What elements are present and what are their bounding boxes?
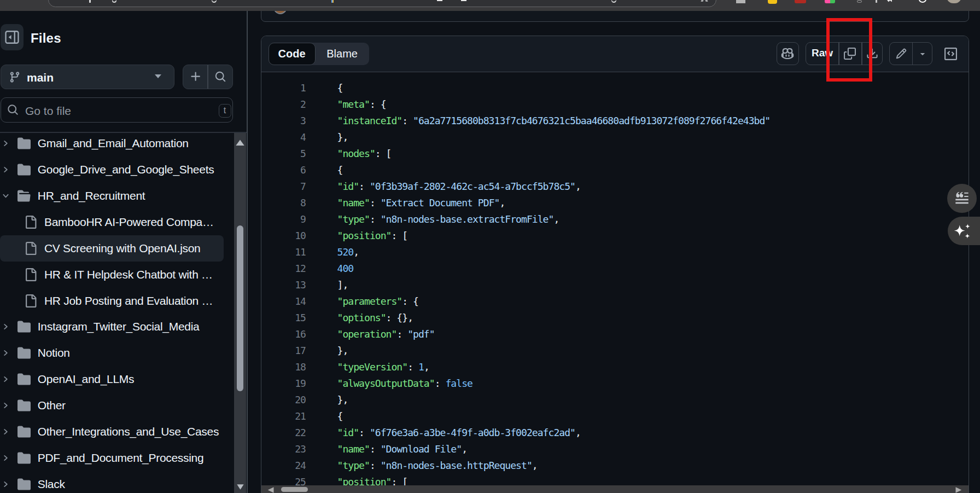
- horizontal-scrollbar-thumb[interactable]: [281, 487, 308, 492]
- browser-chrome-icon[interactable]: [919, 0, 926, 3]
- extension-icon[interactable]: [795, 0, 806, 3]
- tree-item-other[interactable]: Other: [0, 392, 230, 419]
- tab-code[interactable]: Code: [269, 43, 316, 65]
- folder-icon: [18, 137, 31, 150]
- code-token: :: [402, 115, 413, 126]
- browser-chrome-icon[interactable]: [947, 0, 961, 3]
- line-number[interactable]: 7: [261, 178, 306, 195]
- line-number[interactable]: 4: [261, 129, 306, 146]
- scroll-down-arrow-icon[interactable]: [237, 484, 244, 490]
- line-number[interactable]: 16: [261, 326, 306, 343]
- tree-item-other-integrations-and-use-cases[interactable]: Other_Integrations_and_Use_Cases: [0, 419, 230, 445]
- tree-item-cv-screening-with-openai-json[interactable]: CV Screening with OpenAI.json: [0, 235, 224, 262]
- tree-item-hr-it-helpdesk-chatbot-with-[interactable]: HR & IT Helpdesk Chatbot with …: [0, 262, 230, 288]
- line-number[interactable]: 24: [261, 457, 306, 474]
- code-token: ,: [575, 427, 581, 438]
- edit-options-button[interactable]: [912, 43, 933, 65]
- tree-item-notion[interactable]: Notion: [0, 340, 230, 366]
- chevron-right-icon[interactable]: [2, 323, 10, 331]
- scroll-up-arrow-icon[interactable]: [236, 140, 244, 146]
- tree-item-label: Gmail_and_Email_Automation: [38, 137, 189, 150]
- tree-item-instagram-twitter-social-media[interactable]: Instagram_Twitter_Social_Media: [0, 314, 230, 340]
- chevron-right-icon[interactable]: [2, 402, 10, 410]
- line-number[interactable]: 10: [261, 228, 306, 244]
- line-number[interactable]: 8: [261, 195, 306, 211]
- code-token: : [: [391, 230, 407, 241]
- sidebar-scrollbar-thumb[interactable]: [237, 225, 243, 391]
- line-number[interactable]: 13: [261, 277, 306, 293]
- scroll-right-arrow-icon[interactable]: [955, 487, 962, 493]
- folder-icon-svg: [18, 163, 31, 176]
- chevron-right-icon-svg: [2, 140, 10, 148]
- browser-chrome-icon[interactable]: [876, 0, 877, 3]
- chevron-right-icon[interactable]: [2, 428, 10, 436]
- tree-item-gmail-and-email-automation[interactable]: Gmail_and_Email_Automation: [0, 130, 230, 156]
- extension-icon[interactable]: [768, 0, 777, 4]
- line-number[interactable]: 9: [261, 211, 306, 228]
- line-number[interactable]: 11: [261, 244, 306, 260]
- chevron-right-icon[interactable]: [2, 349, 10, 357]
- line-number[interactable]: 5: [261, 146, 306, 162]
- code-token: "type": [337, 213, 370, 225]
- line-number[interactable]: 18: [261, 359, 306, 375]
- code-token: ,: [532, 460, 538, 471]
- line-number[interactable]: 20: [261, 392, 306, 408]
- chevron-right-icon[interactable]: [2, 375, 10, 384]
- edit-file-button[interactable]: [890, 43, 912, 65]
- line-number[interactable]: 6: [261, 162, 306, 178]
- tree-item-pdf-and-document-processing[interactable]: PDF_and_Document_Processing: [0, 445, 230, 471]
- chevron-down-icon[interactable]: [2, 192, 10, 200]
- sidebar-main-divider: [247, 11, 248, 493]
- tree-actions-split-button: [183, 65, 233, 90]
- line-number[interactable]: 12: [261, 260, 306, 277]
- extension-icon[interactable]: [825, 0, 830, 3]
- chevron-right-icon[interactable]: [2, 480, 10, 488]
- tab-blame[interactable]: Blame: [316, 43, 369, 65]
- horizontal-scrollbar[interactable]: [261, 485, 969, 493]
- code-token: :: [359, 181, 370, 192]
- line-number[interactable]: 1: [261, 80, 306, 96]
- browser-chrome-icon[interactable]: [887, 0, 892, 2]
- branch-selector-button[interactable]: main: [1, 65, 174, 90]
- quote-extension-button[interactable]: [947, 184, 976, 213]
- code-token: :: [396, 328, 407, 340]
- chevron-right-icon[interactable]: [2, 140, 10, 148]
- code-token: "options": [337, 312, 386, 323]
- line-number[interactable]: 14: [261, 293, 306, 310]
- code-token: ,: [353, 246, 359, 258]
- browser-chrome-icon[interactable]: [857, 0, 862, 3]
- file-icon-svg: [24, 268, 37, 281]
- line-number[interactable]: 22: [261, 425, 306, 441]
- scroll-left-arrow-icon[interactable]: [267, 487, 274, 493]
- folder-icon-svg: [18, 320, 31, 333]
- ai-sparkle-extension-button[interactable]: [948, 217, 980, 245]
- extension-icon[interactable]: [830, 0, 835, 3]
- chevron-right-icon[interactable]: [2, 454, 10, 462]
- tree-item-google-drive-and-google-sheets[interactable]: Google_Drive_and_Google_Sheets: [0, 156, 230, 183]
- search-tree-button[interactable]: [208, 65, 232, 89]
- line-number[interactable]: 21: [261, 408, 306, 425]
- line-number[interactable]: 17: [261, 343, 306, 359]
- tree-item-openai-and-llms[interactable]: OpenAI_and_LLMs: [0, 366, 230, 392]
- folder-icon-svg: [18, 373, 31, 386]
- tree-item-hr-job-posting-and-evaluation-[interactable]: HR Job Posting and Evaluation …: [0, 288, 230, 314]
- line-number[interactable]: 19: [261, 375, 306, 392]
- collapse-sidebar-button[interactable]: [1, 24, 24, 50]
- tree-item-slack[interactable]: Slack: [0, 471, 230, 493]
- browser-url-bar[interactable]: [48, 0, 716, 7]
- line-number[interactable]: 2: [261, 96, 306, 113]
- line-number[interactable]: 15: [261, 310, 306, 326]
- line-number[interactable]: 23: [261, 441, 306, 457]
- extension-icon[interactable]: [736, 0, 745, 3]
- chevron-right-icon[interactable]: [2, 166, 10, 174]
- symbols-panel-button[interactable]: [944, 48, 957, 60]
- copilot-button[interactable]: [777, 42, 800, 65]
- tree-item-bamboohr-ai-powered-compa-[interactable]: BambooHR AI-Powered Compa…: [0, 209, 230, 235]
- new-file-button[interactable]: [183, 65, 208, 89]
- line-number[interactable]: 3: [261, 113, 306, 129]
- line-content: "typeVersion": 1,: [337, 359, 429, 375]
- code-token: },: [337, 345, 348, 356]
- file-icon-svg: [24, 294, 37, 308]
- chevron-right-icon-svg: [2, 323, 10, 331]
- tree-item-hr-and-recruitment[interactable]: HR_and_Recruitment: [0, 183, 230, 209]
